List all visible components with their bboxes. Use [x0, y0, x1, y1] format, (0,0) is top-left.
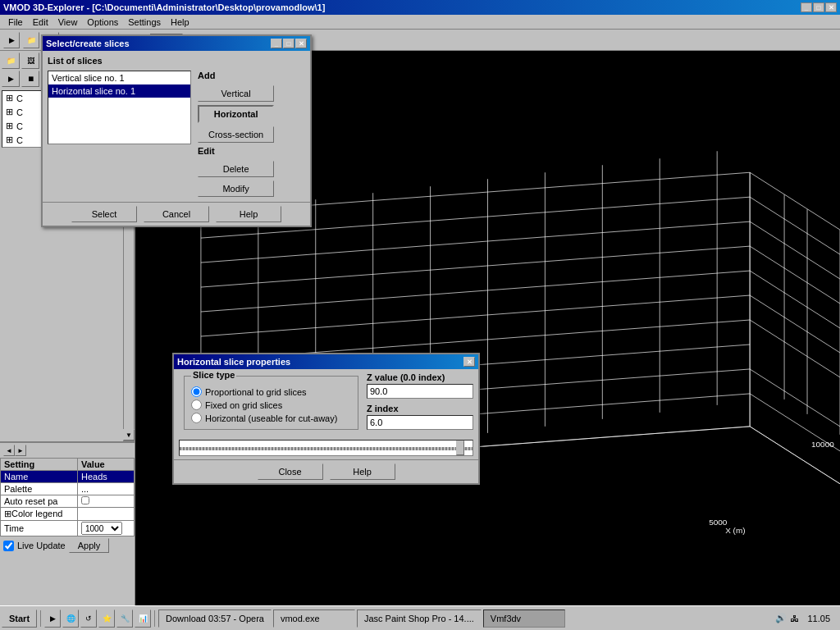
slider-thumb[interactable]: [456, 441, 464, 455]
maximize-button[interactable]: □: [813, 2, 824, 12]
settings-panel: ◄ ► Setting Value Name Heads Palette: [0, 441, 135, 605]
close-button[interactable]: ✕: [825, 2, 837, 12]
tree-label-2: C: [16, 107, 23, 117]
radio-fixed-input[interactable]: [191, 399, 202, 410]
z-index-input[interactable]: [367, 415, 473, 430]
dialog-slices-maximize[interactable]: □: [283, 39, 294, 48]
setting-row-palette[interactable]: Palette ...: [1, 483, 135, 495]
left-tb-btn-play[interactable]: ▶: [2, 71, 20, 87]
left-tb-btn-folder[interactable]: 📁: [2, 52, 20, 69]
setting-row-autoreset[interactable]: Auto reset pa: [1, 495, 135, 508]
taskbar-task-paintshop[interactable]: Jasc Paint Shop Pro - 14....: [357, 609, 482, 628]
hslice-body: Slice type Proportional to grid slices F…: [174, 369, 478, 436]
menu-bar: File Edit View Options Settings Help: [0, 15, 840, 30]
minimize-button[interactable]: _: [801, 2, 812, 12]
svg-line-4: [201, 271, 750, 312]
menu-settings[interactable]: Settings: [123, 16, 166, 28]
tree-scroll-down[interactable]: ▼: [123, 429, 135, 441]
z-value-input[interactable]: [367, 384, 473, 399]
z-value-group: Z value (0.0 index): [367, 372, 473, 399]
svg-line-3: [201, 246, 750, 287]
setting-colorlegend-label: ⊞Color legend: [1, 508, 78, 521]
modify-button[interactable]: Modify: [198, 180, 274, 197]
cancel-button[interactable]: Cancel: [144, 206, 209, 222]
slider-track: [180, 447, 472, 450]
taskbar-task-opera[interactable]: Download 03:57 - Opera: [158, 609, 272, 628]
list-of-slices-label: List of slices: [48, 56, 305, 66]
setting-palette-label: Palette: [1, 483, 78, 495]
z-values-section: Z value (0.0 index) Z index: [367, 372, 473, 433]
add-vertical-button[interactable]: Vertical: [198, 85, 274, 102]
help-button-slices[interactable]: Help: [216, 206, 281, 222]
dialog-hslice-title-btns: ✕: [463, 357, 475, 367]
toolbar-btn-2[interactable]: 📁: [23, 32, 39, 48]
dialog-hslice-title: Horizontal slice properties: [177, 357, 290, 367]
select-button[interactable]: Select: [71, 206, 137, 222]
menu-help[interactable]: Help: [166, 16, 194, 28]
autoreset-checkbox[interactable]: [81, 496, 89, 504]
taskbar-quick-4[interactable]: ⭐: [98, 609, 115, 628]
sys-icon-sound: 🔊: [775, 613, 787, 623]
left-tb-btn-stop[interactable]: ⏹: [21, 71, 39, 87]
slice-list[interactable]: Vertical slice no. 1 Horizontal slice no…: [48, 71, 191, 144]
svg-line-35: [750, 197, 840, 254]
edit-group-label: Edit: [198, 146, 274, 156]
col-value: Value: [77, 459, 134, 471]
setting-row-time[interactable]: Time 1000: [1, 521, 135, 536]
svg-line-46: [750, 369, 840, 427]
close-button[interactable]: Close: [258, 463, 323, 480]
taskbar-task-vmod[interactable]: vmod.exe: [273, 609, 355, 628]
dialog-slices-body: List of slices Vertical slice no. 1 Hori…: [43, 51, 310, 202]
setting-row-colorlegend[interactable]: ⊞Color legend: [1, 508, 135, 521]
slice-item-vertical[interactable]: Vertical slice no. 1: [48, 71, 190, 84]
svg-line-38: [750, 271, 840, 328]
apply-button[interactable]: Apply: [69, 538, 110, 553]
nav-left-btn[interactable]: ◄: [3, 445, 15, 456]
live-update-checkbox[interactable]: [3, 541, 14, 551]
menu-view[interactable]: View: [53, 16, 83, 28]
menu-file[interactable]: File: [3, 16, 28, 28]
z-value-label: Z value (0.0 index): [367, 372, 473, 382]
taskbar-quick-3[interactable]: ↺: [80, 609, 97, 628]
add-cross-section-button[interactable]: Cross-section: [198, 126, 274, 143]
setting-palette-value: ...: [77, 483, 134, 495]
taskbar-quick-2[interactable]: 🌐: [62, 609, 79, 628]
help-button-hslice[interactable]: Help: [330, 463, 395, 480]
dialog-slices-titlebar: Select/create slices _ □ ✕: [43, 36, 310, 51]
menu-options[interactable]: Options: [82, 16, 123, 28]
radio-proportional-input[interactable]: [191, 386, 202, 397]
dialog-slices: Select/create slices _ □ ✕ List of slice…: [41, 34, 312, 227]
menu-edit[interactable]: Edit: [28, 16, 53, 28]
taskbar-quick-6[interactable]: 📊: [135, 609, 151, 628]
dialog-slices-close[interactable]: ✕: [295, 39, 307, 48]
time-select[interactable]: 1000: [81, 522, 122, 535]
z-index-group: Z index: [367, 404, 473, 430]
setting-name-label: Name: [1, 471, 78, 483]
left-tb-btn-image[interactable]: 🖼: [21, 52, 39, 69]
delete-button[interactable]: Delete: [198, 161, 274, 177]
dialog-slices-minimize[interactable]: _: [271, 39, 282, 48]
tree-label-4: C: [16, 135, 23, 145]
svg-line-5: [201, 295, 750, 336]
toolbar-btn-1[interactable]: ▶: [3, 32, 20, 48]
z-index-label: Z index: [367, 404, 473, 413]
add-group-label: Add: [198, 71, 274, 80]
radio-horizontal-input[interactable]: [191, 413, 202, 423]
dialog-hslice-close[interactable]: ✕: [463, 357, 475, 367]
slice-item-horizontal[interactable]: Horizontal slice no. 1: [48, 84, 190, 98]
col-setting: Setting: [1, 459, 78, 471]
setting-row-name[interactable]: Name Heads: [1, 471, 135, 483]
nav-right-btn[interactable]: ►: [15, 445, 26, 456]
taskbar-quick-1[interactable]: ▶: [44, 609, 61, 628]
setting-name-value: Heads: [77, 471, 134, 483]
window-title: VMOD 3D-Explorer - [C:\Documenti\Adminis…: [3, 2, 325, 12]
settings-table: Setting Value Name Heads Palette ... Aut…: [0, 458, 135, 536]
start-button[interactable]: Start: [2, 609, 37, 628]
taskbar-quick-5[interactable]: 🔧: [116, 609, 133, 628]
title-bar-buttons: _ □ ✕: [801, 2, 837, 12]
tree-expand-1: ⊞: [6, 93, 13, 103]
hslice-slider[interactable]: [179, 440, 473, 456]
add-horizontal-button[interactable]: Horizontal: [198, 105, 274, 123]
setting-time-value: 1000: [77, 521, 134, 536]
taskbar-task-vmf3dv[interactable]: Vmf3dv: [483, 609, 565, 628]
